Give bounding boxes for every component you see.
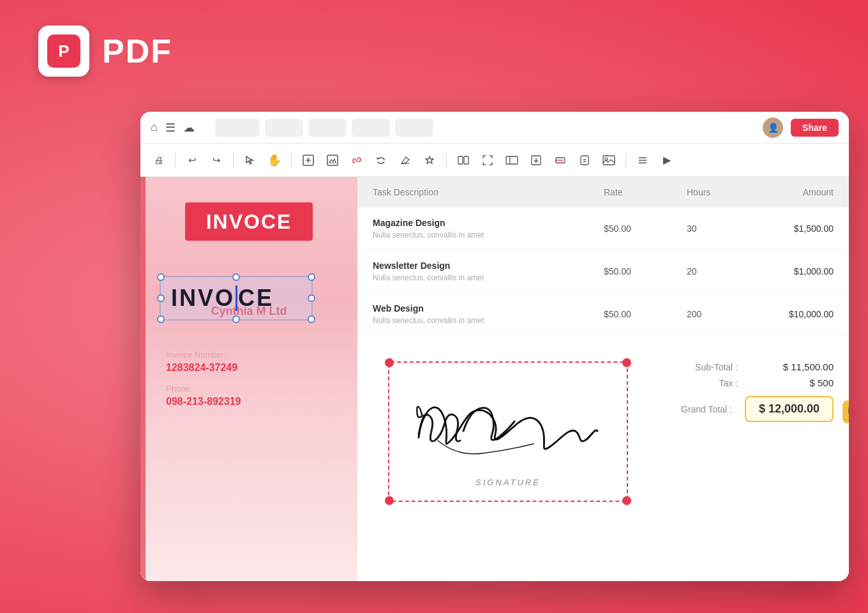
- sig-handle-tr: [622, 358, 631, 367]
- handle-mr[interactable]: [308, 294, 315, 302]
- grand-total-value: $ 12,000.00: [745, 396, 834, 422]
- sig-handle-tl: [385, 358, 394, 367]
- redo-icon[interactable]: ↪: [206, 150, 227, 170]
- menu-icon[interactable]: ☰: [165, 121, 176, 135]
- toolbar-sep-5: [625, 153, 626, 168]
- scan-icon[interactable]: [550, 150, 571, 170]
- branding: P PDF: [38, 26, 172, 77]
- handle-br[interactable]: [308, 315, 315, 323]
- svg-rect-7: [506, 156, 518, 164]
- eraser-icon[interactable]: [395, 150, 415, 170]
- col-header-task: Task Description: [373, 187, 604, 197]
- text-edit-box[interactable]: INVO CE: [160, 276, 313, 321]
- split-view-icon[interactable]: [453, 150, 474, 170]
- task-desc-1: Nulla senectus, convallis in amet: [373, 231, 604, 239]
- invoice-edit-text: INVO CE: [171, 285, 301, 312]
- titlebar: ⌂ ☰ ☁ 👤 Share: [140, 112, 849, 144]
- bottom-section: SIGNATURE Sub-Total : $ 11,500.00 Tax : …: [357, 336, 849, 521]
- subtotal-label: Sub-Total :: [674, 362, 738, 372]
- titlebar-right: 👤 Share: [763, 117, 839, 138]
- tax-label: Tax :: [674, 378, 738, 388]
- amount-1: $1,500.00: [751, 218, 834, 239]
- bg-invoice-banner: INVOCE: [185, 202, 313, 241]
- nav-pill-4[interactable]: [352, 119, 390, 137]
- signature-label: SIGNATURE: [475, 478, 541, 487]
- hand-icon[interactable]: ✋: [264, 150, 285, 170]
- table-row: Newsletter Design Nulla senectus, conval…: [357, 250, 849, 293]
- col-header-amount: Amount: [751, 187, 834, 197]
- comment-button[interactable]: [842, 400, 849, 423]
- handle-tl[interactable]: [157, 273, 165, 281]
- toolbar-sep-1: [175, 153, 176, 168]
- brand-logo-icon: P: [47, 34, 80, 68]
- hours-3: 200: [687, 303, 751, 325]
- amount-3: $10,000.00: [751, 303, 834, 325]
- handle-bl[interactable]: [157, 315, 165, 323]
- pdf-preview: INVOCE INVO: [140, 177, 357, 581]
- star-icon[interactable]: [419, 150, 440, 170]
- form-icon[interactable]: [502, 150, 522, 170]
- undo-icon[interactable]: ↩: [182, 150, 202, 170]
- cloud-icon[interactable]: ☁: [183, 121, 195, 135]
- print-icon[interactable]: 🖨: [148, 150, 168, 170]
- grand-total-row: Grand Total : $ 12,000.00: [681, 396, 834, 422]
- task-name-3: Web Design: [373, 303, 604, 314]
- svg-rect-5: [458, 156, 463, 164]
- page-wrapper: P PDF ⌂ ☰ ☁ 👤 Share 🖨: [0, 0, 868, 613]
- protect-icon[interactable]: [574, 150, 595, 170]
- tax-row: Tax : $ 500: [674, 377, 834, 388]
- totals-section: Sub-Total : $ 11,500.00 Tax : $ 500 Gran…: [659, 342, 849, 432]
- hours-2: 20: [687, 261, 751, 282]
- task-name-2: Newsletter Design: [373, 261, 604, 271]
- fullscreen-icon[interactable]: [477, 150, 498, 170]
- nav-pill-1[interactable]: [215, 119, 260, 137]
- sig-handle-br: [622, 496, 631, 505]
- image-toolbar-icon[interactable]: [599, 150, 619, 170]
- edit-image-icon[interactable]: [322, 150, 343, 170]
- handle-tm[interactable]: [232, 273, 240, 281]
- nav-pill-5[interactable]: [395, 119, 433, 137]
- toolbar: 🖨 ↩ ↪ ✋: [140, 144, 849, 177]
- user-avatar[interactable]: 👤: [763, 117, 783, 138]
- brand-title: PDF: [102, 32, 172, 70]
- sig-handle-bl: [385, 496, 394, 505]
- expand-icon[interactable]: ▶: [657, 150, 677, 170]
- task-info-1: Magazine Design Nulla senectus, convalli…: [373, 218, 604, 239]
- nav-pill-2[interactable]: [265, 119, 303, 137]
- list-icon[interactable]: [632, 150, 653, 170]
- invoice-info: Invoice Number: 1283824-37249 Phone: 098…: [160, 350, 338, 407]
- left-panel: INVOCE INVO: [140, 177, 357, 581]
- signature-svg: [406, 377, 610, 473]
- extract-icon[interactable]: [526, 150, 546, 170]
- phone-value: 098-213-892319: [166, 396, 332, 407]
- amount-2: $1,000.00: [751, 261, 834, 282]
- link-icon[interactable]: [347, 150, 367, 170]
- handle-bm[interactable]: [232, 315, 240, 323]
- task-info-3: Web Design Nulla senectus, convallis in …: [373, 303, 604, 325]
- invoice-text-before: INVO: [171, 285, 235, 312]
- table-header: Task Description Rate Hours Amount: [357, 177, 849, 208]
- invoice-text-after: CE: [238, 285, 274, 312]
- toolbar-sep-3: [291, 153, 292, 168]
- tax-value: $ 500: [763, 377, 834, 388]
- col-header-rate: Rate: [604, 187, 687, 197]
- handle-tr[interactable]: [308, 273, 315, 281]
- home-icon[interactable]: ⌂: [151, 121, 158, 134]
- task-info-2: Newsletter Design Nulla senectus, conval…: [373, 261, 604, 282]
- add-image-icon[interactable]: [298, 150, 318, 170]
- toolbar-sep-4: [446, 153, 447, 168]
- signature-area[interactable]: SIGNATURE: [388, 361, 628, 502]
- table-row: Web Design Nulla senectus, convallis in …: [357, 293, 849, 336]
- left-bar: [140, 177, 146, 581]
- brand-logo: P: [38, 26, 89, 77]
- handle-ml[interactable]: [157, 294, 165, 302]
- app-window: ⌂ ☰ ☁ 👤 Share 🖨 ↩ ↪: [140, 112, 849, 581]
- table-row: Magazine Design Nulla senectus, convalli…: [357, 208, 849, 250]
- svg-rect-17: [603, 156, 615, 165]
- rotate-icon[interactable]: [371, 150, 391, 170]
- nav-pill-3[interactable]: [308, 119, 347, 137]
- phone-label: Phone:: [166, 384, 332, 393]
- select-icon[interactable]: [240, 150, 260, 170]
- share-button[interactable]: Share: [791, 119, 839, 137]
- svg-point-18: [605, 158, 608, 160]
